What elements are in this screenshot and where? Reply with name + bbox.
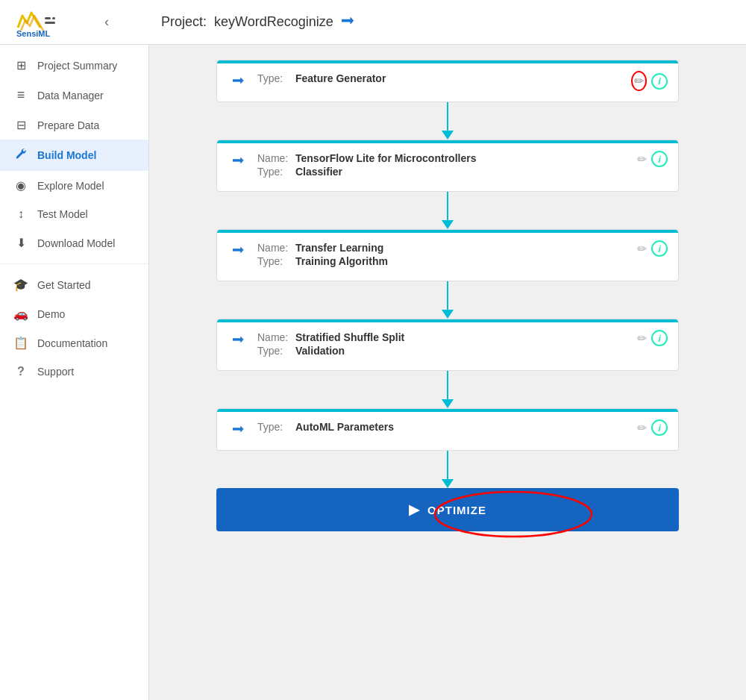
arrow-line-4 xyxy=(447,371,448,399)
card-row-name-training: Name: Transfer Learning xyxy=(257,242,663,254)
sidebar-divider xyxy=(0,263,148,264)
card-actions-validation: ✏ i xyxy=(637,330,668,346)
sidebar-label-documentation: Documentation xyxy=(37,337,107,349)
edit-icon-feature-generator[interactable]: ✏ xyxy=(631,71,647,91)
pipeline-card-validation: ⮕ Name: Stratified Shuffle Split Type: V… xyxy=(216,319,679,371)
sensiml-logo: SensiML xyxy=(12,7,101,38)
card-navigate-icon-automl: ⮕ xyxy=(232,422,245,438)
arrow-connector-1 xyxy=(216,102,679,140)
pipeline: ⮕ Type: Feature Generator ✏ i xyxy=(216,60,679,531)
pipeline-card-automl: ⮕ Type: AutoML Parameters ✏ i xyxy=(216,408,679,451)
type-label-automl: Type: xyxy=(257,421,291,433)
pipeline-card-classifier: ⮕ Name: TensorFlow Lite for Microcontrol… xyxy=(216,140,679,192)
arrow-connector-5 xyxy=(216,451,679,488)
card-content-automl: Type: AutoML Parameters xyxy=(257,421,663,434)
card-row-type-training: Type: Training Algorithm xyxy=(257,255,663,267)
info-icon-classifier[interactable]: i xyxy=(651,151,668,167)
data-icon: ≡ xyxy=(13,87,28,103)
card-content-feature-generator: Type: Feature Generator xyxy=(257,72,663,86)
header-project-label: Project: xyxy=(161,14,207,30)
info-icon-feature-generator[interactable]: i xyxy=(651,73,668,90)
name-value-training: Transfer Learning xyxy=(295,242,383,254)
prepare-icon: ⊟ xyxy=(13,118,28,132)
card-row-type-feature-generator: Type: Feature Generator xyxy=(257,72,663,84)
edit-icon-validation[interactable]: ✏ xyxy=(637,331,647,346)
sidebar-label-explore-model: Explore Model xyxy=(37,180,104,192)
card-navigate-icon-validation: ⮕ xyxy=(232,333,245,349)
type-value-feature-generator: Feature Generator xyxy=(295,72,386,84)
edit-icon-training[interactable]: ✏ xyxy=(637,242,647,256)
sidebar-item-demo[interactable]: 🚗 Demo xyxy=(0,299,148,328)
arrow-head-5 xyxy=(442,479,454,488)
card-row-type-automl: Type: AutoML Parameters xyxy=(257,421,663,433)
sidebar-label-get-started: Get Started xyxy=(37,279,91,291)
optimize-label: OPTIMIZE xyxy=(427,504,486,516)
layout: ⊞ Project Summary ≡ Data Manager ⊟ Prepa… xyxy=(0,45,746,700)
type-label-training: Type: xyxy=(257,255,291,267)
build-icon xyxy=(13,147,28,163)
arrow-line-3 xyxy=(447,281,448,310)
sidebar-toggle-icon[interactable]: ‹ xyxy=(104,14,109,30)
svg-text:SensiML: SensiML xyxy=(16,29,51,38)
name-label-classifier: Name: xyxy=(257,152,291,164)
arrow-connector-4 xyxy=(216,371,679,408)
wrench-icon xyxy=(14,147,28,160)
sidebar-label-prepare-data: Prepare Data xyxy=(37,119,99,131)
sidebar-label-data-manager: Data Manager xyxy=(37,90,104,101)
card-content-validation: Name: Stratified Shuffle Split Type: Val… xyxy=(257,331,663,358)
card-row-type-validation: Type: Validation xyxy=(257,345,663,357)
sidebar-label-demo: Demo xyxy=(37,308,65,320)
type-value-validation: Validation xyxy=(295,345,345,357)
svg-rect-1 xyxy=(52,17,55,19)
test-icon: ↕ xyxy=(13,207,28,221)
info-icon-automl[interactable]: i xyxy=(651,419,668,436)
header: SensiML ‹ Project: keyWordRecoginize ⮕ xyxy=(0,0,746,45)
card-actions-classifier: ✏ i xyxy=(637,151,668,167)
card-navigate-icon-training: ⮕ xyxy=(232,243,245,259)
edit-icon-automl[interactable]: ✏ xyxy=(637,421,647,435)
sidebar-item-get-started[interactable]: 🎓 Get Started xyxy=(0,270,148,299)
svg-rect-0 xyxy=(45,17,51,19)
sidebar-label-test-model: Test Model xyxy=(37,208,88,220)
card-actions-training: ✏ i xyxy=(637,240,668,257)
optimize-button-wrapper: ▶ OPTIMIZE xyxy=(216,488,679,531)
sidebar-item-prepare-data[interactable]: ⊟ Prepare Data xyxy=(0,110,148,140)
arrow-head-2 xyxy=(442,220,454,229)
demo-icon: 🚗 xyxy=(13,307,28,321)
docs-icon: 📋 xyxy=(13,336,28,350)
card-row-name-validation: Name: Stratified Shuffle Split xyxy=(257,331,663,343)
type-label-validation: Type: xyxy=(257,345,291,357)
info-icon-training[interactable]: i xyxy=(651,240,668,257)
optimize-button[interactable]: ▶ OPTIMIZE xyxy=(216,488,679,531)
header-navigate-icon[interactable]: ⮕ xyxy=(341,13,356,31)
sidebar-item-data-manager[interactable]: ≡ Data Manager xyxy=(0,80,148,110)
type-value-training: Training Algorithm xyxy=(295,255,388,267)
sidebar-item-support[interactable]: ? Support xyxy=(0,357,148,386)
info-icon-validation[interactable]: i xyxy=(651,330,668,346)
header-project-name: keyWordRecoginize xyxy=(214,14,333,30)
arrow-line-1 xyxy=(447,102,448,131)
card-navigate-icon-feature-generator: ⮕ xyxy=(232,74,245,90)
sidebar-item-explore-model[interactable]: ◉ Explore Model xyxy=(0,171,148,200)
sidebar-item-download-model[interactable]: ⬇ Download Model xyxy=(0,228,148,257)
play-icon: ▶ xyxy=(409,501,420,518)
sidebar-item-build-model[interactable]: Build Model xyxy=(0,140,148,171)
main-content: ⮕ Type: Feature Generator ✏ i xyxy=(149,45,746,700)
card-actions-automl: ✏ i xyxy=(637,419,668,436)
sidebar-item-test-model[interactable]: ↕ Test Model xyxy=(0,200,148,228)
download-icon: ⬇ xyxy=(13,236,28,250)
svg-rect-2 xyxy=(45,22,55,24)
name-label-training: Name: xyxy=(257,242,291,254)
name-value-validation: Stratified Shuffle Split xyxy=(295,331,404,343)
arrow-connector-2 xyxy=(216,192,679,229)
type-label-feature-generator: Type: xyxy=(257,72,291,84)
card-content-training: Name: Transfer Learning Type: Training A… xyxy=(257,242,663,269)
sidebar-item-project-summary[interactable]: ⊞ Project Summary xyxy=(0,51,148,80)
sidebar-item-documentation[interactable]: 📋 Documentation xyxy=(0,328,148,357)
type-label-classifier: Type: xyxy=(257,166,291,178)
card-content-classifier: Name: TensorFlow Lite for Microcontrolle… xyxy=(257,152,663,179)
type-value-automl: AutoML Parameters xyxy=(295,421,394,433)
sidebar-label-download-model: Download Model xyxy=(37,237,115,249)
edit-icon-classifier[interactable]: ✏ xyxy=(637,152,647,166)
name-value-classifier: TensorFlow Lite for Microcontrollers xyxy=(295,152,476,164)
